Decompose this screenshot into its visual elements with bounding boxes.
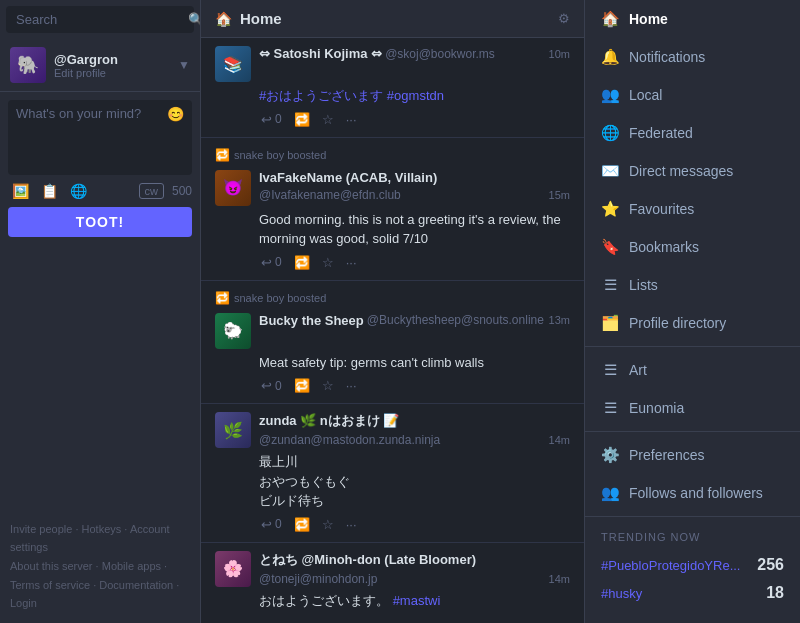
nav-divider [585,346,800,347]
nav-item-eunomia[interactable]: ☰ Eunomia [585,389,800,427]
toot-button[interactable]: TOOT! [8,207,192,237]
attach-media-button[interactable]: 📋 [37,181,62,201]
compose-textarea[interactable] [16,106,184,166]
search-bar[interactable]: 🔍 [6,6,194,33]
nav-item-notifications[interactable]: 🔔 Notifications [585,38,800,76]
reply-count: 0 [275,255,282,269]
nav-item-federated[interactable]: 🌐 Federated [585,114,800,152]
reply-button[interactable]: ↩ 0 [259,376,284,395]
compose-toolbar: 🖼️ 📋 🌐 cw 500 [8,181,192,201]
reply-button[interactable]: ↩ 0 [259,253,284,272]
post-name-row: とねち @Minoh-don (Late Bloomer) @toneji@mi… [259,551,570,586]
post-content: おはようございます。 #mastwi今日から現実社会に復帰します。 [259,591,570,624]
boost-button[interactable]: 🔁 [292,253,312,272]
feed-scroll[interactable]: 📚 ⇔ Satoshi Kojima ⇔ @skoj@bookwor.ms 10… [201,38,584,623]
nav-label-preferences: Preferences [629,447,704,463]
poll-button[interactable]: 🌐 [66,181,91,201]
post-handle: @Buckythesheep@snouts.online [367,313,544,327]
nav-item-profile-directory[interactable]: 🗂️ Profile directory [585,304,800,342]
reply-button[interactable]: ↩ 0 [259,110,284,129]
nav-item-direct-messages[interactable]: ✉️ Direct messages [585,152,800,190]
cw-button[interactable]: cw [139,183,164,199]
avatar: 😈 [215,170,251,206]
post-actions: ↩ 0 🔁 ☆ ··· [259,110,570,129]
trending-count: 18 [766,584,784,602]
footer-tos[interactable]: Terms of service [10,579,90,591]
boost-label: 🔁 snake boy boosted [201,144,584,162]
nav-item-lists[interactable]: ☰ Lists [585,266,800,304]
post-content: Meat safety tip: germs can't climb walls [259,353,570,373]
trending-item-1[interactable]: #PuebloProtegidoYRe... 256 [601,551,784,579]
nav-item-art[interactable]: ☰ Art [585,351,800,389]
chevron-down-icon: ▼ [178,58,190,72]
trending-item-2[interactable]: #husky 18 [601,579,784,607]
footer-hotkeys[interactable]: Hotkeys [82,523,122,535]
trending-section: TRENDING NOW #PuebloProtegidoYRe... 256 … [585,521,800,617]
feed-settings-icon[interactable]: ⚙ [558,11,570,26]
emoji-icon[interactable]: 😊 [167,106,184,122]
nav-label-eunomia: Eunomia [629,400,684,416]
globe-icon: 🌐 [601,124,619,142]
user-info: @Gargron Edit profile [54,52,190,79]
edit-profile-link[interactable]: Edit profile [54,67,190,79]
avatar: 🌸 [215,551,251,587]
nav-label-favourites: Favourites [629,201,694,217]
search-input[interactable] [16,12,184,27]
post-time: 14m [549,434,570,446]
nav-item-follows-followers[interactable]: 👥 Follows and followers [585,474,800,512]
trending-tag[interactable]: #husky [601,586,642,601]
hashtag[interactable]: #おはようございます [259,88,383,103]
nav-label-notifications: Notifications [629,49,705,65]
trending-tag[interactable]: #PuebloProtegidoYRe... [601,558,740,573]
nav-item-home[interactable]: 🏠 Home [585,0,800,38]
more-button[interactable]: ··· [344,110,359,129]
user-panel[interactable]: 🐘 @Gargron Edit profile ▼ [0,39,200,92]
more-button[interactable]: ··· [344,376,359,395]
favourite-button[interactable]: ☆ [320,515,336,534]
post-time: 14m [549,573,570,585]
boost-button[interactable]: 🔁 [292,515,312,534]
hashtag[interactable]: #mastwi [393,593,441,608]
footer-about[interactable]: About this server [10,560,93,572]
boost-icon: 🔁 [215,148,230,162]
list-icon: ☰ [601,276,619,294]
nav-label-follows-followers: Follows and followers [629,485,763,501]
home-icon: 🏠 [601,10,619,28]
post-name-row: ⇔ Satoshi Kojima ⇔ @skoj@bookwor.ms 10m [259,46,570,61]
nav-item-favourites[interactable]: ⭐ Favourites [585,190,800,228]
directory-icon: 🗂️ [601,314,619,332]
compose-textarea-wrap: 😊 [8,100,192,175]
reply-button[interactable]: ↩ 0 [259,515,284,534]
nav-item-preferences[interactable]: ⚙️ Preferences [585,436,800,474]
post-satoshi: 📚 ⇔ Satoshi Kojima ⇔ @skoj@bookwor.ms 10… [201,38,584,138]
nav-label-federated: Federated [629,125,693,141]
favourite-button[interactable]: ☆ [320,376,336,395]
nav-label-home: Home [629,11,668,27]
boost-button[interactable]: 🔁 [292,110,312,129]
reply-count: 0 [275,517,282,531]
nav-item-bookmarks[interactable]: 🔖 Bookmarks [585,228,800,266]
post-name-row: IvaFakeName (ACAB, Villain) @Ivafakename… [259,170,570,202]
nav-divider-3 [585,516,800,517]
bookmark-icon: 🔖 [601,238,619,256]
post-display-name: Bucky the Sheep [259,313,364,328]
trending-title: TRENDING NOW [601,531,784,543]
feed-header: 🏠 Home ⚙ [201,0,584,38]
hashtag[interactable]: #ogmstdn [387,88,444,103]
post-display-name: zunda 🌿 nはおまけ 📝 [259,412,399,430]
reply-count: 0 [275,112,282,126]
nav-item-local[interactable]: 👥 Local [585,76,800,114]
footer-invite[interactable]: Invite people [10,523,72,535]
more-button[interactable]: ··· [344,253,359,272]
right-sidebar: 🏠 Home 🔔 Notifications 👥 Local 🌐 Federat… [585,0,800,623]
attach-image-button[interactable]: 🖼️ [8,181,33,201]
favourite-button[interactable]: ☆ [320,253,336,272]
footer-mobile[interactable]: Mobile apps [102,560,161,572]
more-button[interactable]: ··· [344,515,359,534]
favourite-button[interactable]: ☆ [320,110,336,129]
footer-login[interactable]: Login [10,597,37,609]
post-actions: ↩ 0 🔁 ☆ ··· [259,515,570,534]
boost-button[interactable]: 🔁 [292,376,312,395]
footer-docs[interactable]: Documentation [99,579,173,591]
left-footer: Invite people · Hotkeys · Account settin… [0,512,200,623]
